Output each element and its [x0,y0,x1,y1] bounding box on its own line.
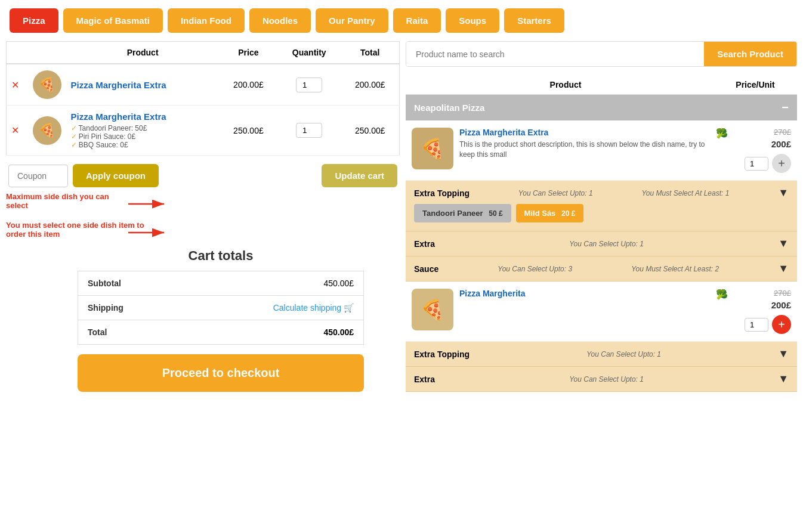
nav-btn-magic-of-basmati[interactable]: Magic of Basmati [63,8,163,33]
shipping-link-text: Calculate shipping [273,303,341,313]
product-image-1: 🍕 [412,128,453,169]
topping-dropdown-2[interactable]: ▼ [778,348,789,360]
pizza-thumb-2: 🍕 [33,116,61,145]
warning-text-1: Maximum side dish you can select [6,192,125,210]
extra-section-1: Extra You Can Select Upto: 1 ▼ [406,231,797,256]
extra-select-upto-1: You Can Select Upto: 1 [569,240,644,248]
topping-title-1: Extra Topping [414,188,470,198]
product-name-cell-2: Pizza Margherita Extra ✓ Tandoori Paneer… [66,106,220,156]
subtotal-value: 450.00£ [180,271,364,296]
search-button[interactable]: Search Product [704,42,796,66]
calculate-shipping-link[interactable]: Calculate shipping 🛒 [273,303,354,313]
qty-row-2: + [745,315,791,334]
collapse-category-button[interactable]: − [782,101,789,115]
extra-select-upto-2: You Can Select Upto: 1 [569,375,644,383]
total-row: Total 450.00£ [78,320,364,345]
extra-title-2: Extra [414,375,435,384]
totals-table: Subtotal 450.00£ Shipping Calculate ship… [78,271,364,345]
product-price-1: 270£ 200£ + [737,128,791,173]
product-price-2: 270£ 200£ + [737,289,791,334]
topping-title-2: Extra Topping [414,349,470,359]
sauce-header-1: Sauce You Can Select Upto: 3 You Must Se… [414,262,789,275]
remove-item-2[interactable]: ✕ [11,125,19,136]
subtotal-label: Subtotal [78,271,180,296]
nav-btn-starters[interactable]: Starters [504,8,564,33]
cart-icon: 🛒 [344,303,354,313]
nav-bar: Pizza Magic of Basmati Indian Food Noodl… [0,0,803,41]
sauce-title-1: Sauce [414,264,438,274]
total-value: 450.00£ [323,327,354,337]
topping-section-2: Extra Topping You Can Select Upto: 1 ▼ [406,342,797,367]
extra-header-2: Extra You Can Select Upto: 1 ▼ [414,373,789,385]
product-link-2[interactable]: Pizza Margherita Extra [71,112,166,122]
nav-btn-our-pantry[interactable]: Our Pantry [316,8,388,33]
veg-icon-1: 🥦 [716,128,728,139]
nav-btn-soups[interactable]: Soups [446,8,499,33]
search-input[interactable] [406,42,704,66]
topping-header-1: Extra Topping You Can Select Upto: 1 You… [414,187,789,199]
coupon-input[interactable] [8,165,68,187]
product-list-header: Product Price/Unit [406,75,797,95]
cart-totals-title: Cart totals [78,248,364,264]
product-link-1[interactable]: Pizza Margherita Extra [71,80,166,90]
topping-chip-tandoori[interactable]: Tandoori Paneer 50 £ [414,204,511,222]
shipping-label: Shipping [78,296,180,320]
extra-dropdown-1[interactable]: ▼ [778,237,789,250]
product-desc-1: This is the product short description, t… [459,140,706,160]
table-row: ✕ 🍕 Pizza Margherita Extra ✓ Tandoori Pa… [7,106,400,156]
nav-btn-raita[interactable]: Raita [393,8,441,33]
qty-input-product-2[interactable] [745,318,768,332]
checkout-button[interactable]: Proceed to checkout [78,354,364,392]
topping-price-mild-sas: 20 £ [561,209,575,218]
topping-dropdown-1[interactable]: ▼ [778,187,789,199]
col-header-total: Total [341,42,399,64]
sauce-must-select-1: You Must Select At Least: 2 [631,265,719,273]
remove-item-1[interactable]: ✕ [11,79,19,91]
qty-input-product-1[interactable] [745,157,768,171]
cart-totals-section: Cart totals Subtotal 450.00£ Shipping Ca… [78,248,364,392]
sauce-dropdown-1[interactable]: ▼ [778,262,789,275]
topping-label-mild-sas: Mild Sás [524,209,556,218]
extra-line-2: ✓ Piri Piri Sauce: 0£ [71,132,215,141]
extra-line-1: ✓ Tandoori Paneer: 50£ [71,124,215,132]
topping-must-select-1: You Must Select At Least: 1 [641,189,729,197]
price-original-1: 270£ [774,128,791,137]
topping-section-1: Extra Topping You Can Select Upto: 1 You… [406,181,797,231]
nav-btn-noodles[interactable]: Noodles [249,8,311,33]
price-current-1: 200£ [771,139,791,149]
sauce-section-1: Sauce You Can Select Upto: 3 You Must Se… [406,256,797,282]
extra-line-3: ✓ BBQ Sauce: 0£ [71,141,215,149]
update-cart-button[interactable]: Update cart [322,164,397,187]
header-product: Product [412,80,719,89]
warnings-area: Maximum side dish you can select You mus… [6,192,400,240]
qty-row-1: + [745,154,791,173]
veg-icon-2: 🥦 [716,289,728,300]
product-name-2: Pizza Margherita [459,289,706,298]
product-item-1: 🍕 Pizza Margherita Extra This is the pro… [406,120,797,181]
qty-input-1[interactable] [296,78,322,92]
add-product-2-button[interactable]: + [772,315,791,334]
product-item-2: 🍕 Pizza Margherita 🥦 270£ 200£ + [406,282,797,342]
price-original-2: 270£ [774,289,791,298]
category-header: Neapolitan Pizza − [406,95,797,120]
subtotal-row: Subtotal 450.00£ [78,271,364,296]
price-current-2: 200£ [771,300,791,310]
coupon-row: Apply coupon Update cart [6,164,400,187]
add-product-1-button[interactable]: + [772,154,791,173]
extra-dropdown-2[interactable]: ▼ [778,373,789,385]
nav-btn-indian-food[interactable]: Indian Food [168,8,245,33]
col-header-price: Price [220,42,277,64]
apply-coupon-button[interactable]: Apply coupon [73,164,159,187]
topping-chip-mild-sas[interactable]: Mild Sás 20 £ [516,204,584,222]
product-image-2: 🍕 [412,289,453,330]
extra-header-1: Extra You Can Select Upto: 1 ▼ [414,237,789,250]
warning-text-2: You must select one side dish item to or… [6,221,161,239]
nav-btn-pizza[interactable]: Pizza [10,8,58,33]
topping-items-row-1: Tandoori Paneer 50 £ Mild Sás 20 £ [414,199,789,225]
qty-input-2[interactable] [296,123,322,138]
total-label: Total [78,320,180,345]
sauce-select-upto-1: You Can Select Upto: 3 [498,265,572,273]
shipping-row: Shipping Calculate shipping 🛒 [78,296,364,320]
product-name-cell-1: Pizza Margherita Extra [66,64,220,106]
product-name-1: Pizza Margherita Extra [459,128,706,137]
